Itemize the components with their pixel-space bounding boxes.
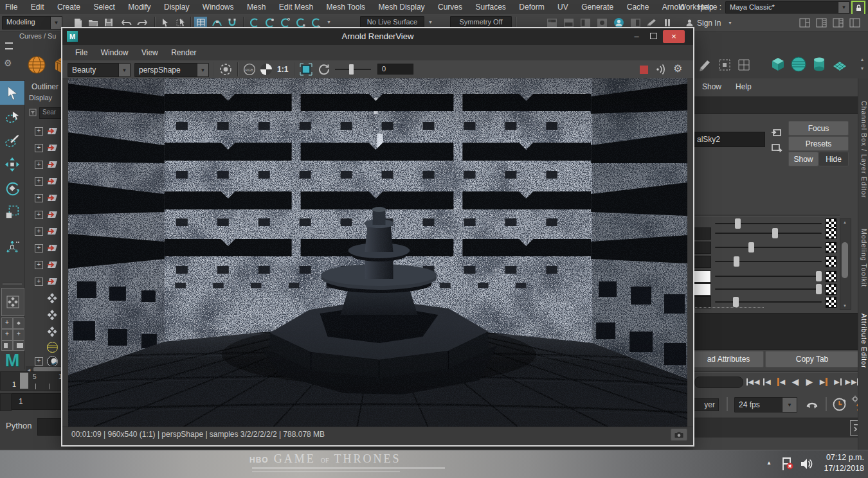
expand-icon[interactable]: + [35,261,43,269]
step-back-key-button[interactable]: ◀ [774,375,788,388]
outliner-item[interactable]: + [24,240,62,257]
save-scene-icon[interactable] [103,17,114,28]
scroll-up-icon[interactable]: ▲ [840,219,849,226]
exposure-slider[interactable] [335,69,371,70]
texture-map-button[interactable] [826,297,836,308]
menu-windows[interactable]: Windows [197,0,239,14]
outliner-item-set[interactable] [24,290,62,307]
scroll-thumb[interactable] [842,242,848,278]
texture-map-button[interactable] [826,271,836,282]
abort-render-indicator[interactable] [640,66,648,74]
range-slider-stub[interactable] [0,393,12,411]
workspace-dropdown[interactable]: Maya Classic* ▼ [725,1,850,13]
slider-handle[interactable] [734,256,739,267]
load-attributes-button[interactable]: ad Attributes [693,351,764,367]
go-to-start-button[interactable]: ◀◀ [746,375,760,388]
live-surface-field[interactable]: No Live Surface [360,16,424,30]
menu-uv[interactable]: UV [552,0,574,14]
paint-select-tool-button[interactable] [0,128,24,152]
new-scene-icon[interactable] [72,17,84,28]
outliner-item[interactable]: + [24,157,62,173]
attribute-slider-row[interactable] [693,296,836,308]
layout-split-left-button[interactable] [1,341,13,351]
attribute-editor-toggle-icon[interactable] [831,17,845,28]
snap-to-grid-icon[interactable] [194,17,207,29]
outliner-item[interactable]: + [24,224,62,240]
crop-region-icon[interactable] [299,63,313,76]
copy-tab-button[interactable]: Copy Tab [765,351,859,367]
color-swatch[interactable] [693,283,711,296]
playback-loop-icon[interactable] [804,398,820,411]
render-view-toggle-icon[interactable]: ;;;; [545,17,558,28]
select-tool-button[interactable] [0,81,24,105]
slider-track[interactable] [715,233,822,234]
menuset-dropdown[interactable]: Modeling ▼ [2,16,62,30]
expand-icon[interactable]: + [35,144,43,152]
outliner-item[interactable]: + [24,140,62,157]
attribute-slider-row[interactable] [693,283,836,296]
play-backward-button[interactable]: ◀ [788,375,802,388]
expand-icon[interactable]: + [35,227,43,236]
presets-button[interactable]: Presets [788,136,849,151]
chevron-down-icon[interactable]: ▼ [728,21,732,25]
scale-tool-button[interactable] [0,200,24,224]
outliner-item[interactable]: + [24,207,62,224]
background-toggle-icon[interactable] [260,64,272,75]
open-scene-icon[interactable] [87,17,99,28]
maximize-button[interactable] [645,28,662,44]
expand-icon[interactable]: + [35,127,43,136]
expand-icon[interactable]: + [35,357,43,366]
workspace-lock-icon[interactable] [851,1,865,15]
shelf-poly-cylinder-icon[interactable] [810,55,828,73]
undo-icon[interactable] [121,17,132,28]
ae-paste-node-icon[interactable] [770,143,783,154]
snap-to-curve-icon[interactable] [211,17,222,28]
outliner-item[interactable]: + [24,257,62,274]
layout-two-pane-button[interactable]: + [1,329,13,341]
command-line-input[interactable] [37,418,64,436]
slider-track[interactable] [715,276,822,277]
outliner-display-menu[interactable]: Display [29,94,52,102]
expand-icon[interactable]: + [35,177,43,186]
menu-deform[interactable]: Deform [514,0,549,14]
menu-edit[interactable]: Edit [26,0,50,14]
shelf-poly-sphere-icon[interactable] [790,55,808,73]
expand-icon[interactable]: + [35,211,43,219]
shelf-pencil-icon[interactable] [697,57,714,73]
range-start-field[interactable]: 1 [12,393,62,410]
outliner-item[interactable]: + [24,123,62,140]
animation-preferences-icon[interactable] [831,396,847,412]
slider-track[interactable] [715,301,822,303]
outliner-item[interactable]: + [24,173,62,190]
texture-map-button[interactable] [826,228,836,239]
shelf-scroll-up-icon[interactable]: ▲ [858,55,867,63]
layout-four-pane-button[interactable]: + [1,317,13,329]
snapshot-target-icon[interactable] [218,63,233,76]
texture-map-button[interactable] [826,284,836,295]
menu-cache[interactable]: Cache [622,0,655,14]
tray-expand-icon[interactable]: ▲ [766,460,772,466]
pause-icon[interactable] [662,17,673,28]
menu-surfaces[interactable]: Surfaces [470,0,511,14]
gear-icon[interactable]: ⚙ [4,58,12,68]
menu-mesh-display[interactable]: Mesh Display [374,0,430,14]
rv-menu-render[interactable]: Render [166,45,201,60]
tool-settings-toggle-icon[interactable] [847,17,862,28]
user-account-icon[interactable] [612,17,625,28]
ae-tab-strip[interactable] [693,96,858,114]
go-to-end-button[interactable]: ▶▶ [845,375,859,388]
zoom-ratio-label[interactable]: 1:1 [277,65,288,74]
modeling-toolkit-toggle-icon[interactable] [797,17,811,28]
rgb-channels-icon[interactable]: RGB [242,63,257,76]
expand-icon[interactable]: + [35,194,43,202]
channel-box-toggle-icon[interactable] [814,17,828,28]
select-by-object-icon[interactable] [175,17,186,28]
play-forward-button[interactable]: ▶ [802,375,817,388]
layout-persp-outliner-button[interactable] [13,317,24,329]
layout-single-pane-button[interactable] [1,288,24,316]
custom-manipulator-tool-button[interactable] [0,235,24,259]
slider-track[interactable] [715,288,822,290]
attribute-slider-row[interactable] [693,255,836,268]
hide-button[interactable]: Hide [818,152,849,166]
ae-scrollbar[interactable]: ▲ ▼ [840,218,851,310]
